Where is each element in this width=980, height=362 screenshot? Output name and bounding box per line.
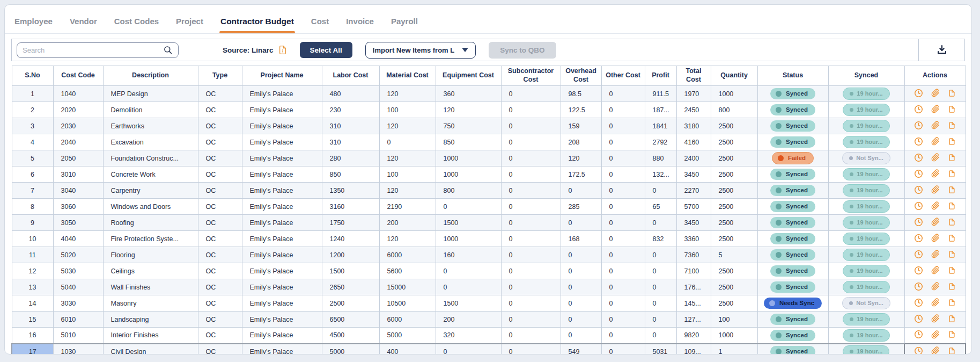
history-clock-icon[interactable] bbox=[914, 121, 923, 130]
attachment-paperclip-icon[interactable] bbox=[931, 282, 940, 291]
tab-employee[interactable]: Employee bbox=[13, 13, 54, 33]
tab-invoice[interactable]: Invoice bbox=[345, 13, 375, 33]
document-file-icon[interactable] bbox=[948, 153, 956, 162]
attachment-paperclip-icon[interactable] bbox=[931, 330, 940, 339]
cell-type: OC bbox=[198, 247, 242, 263]
history-clock-icon[interactable] bbox=[914, 298, 923, 307]
cell-cost-code: 2030 bbox=[53, 118, 103, 134]
table-row[interactable]: 11040MEP DesignOCEmily's Palace480120360… bbox=[12, 86, 966, 102]
history-clock-icon[interactable] bbox=[914, 282, 923, 291]
history-clock-icon[interactable] bbox=[914, 201, 923, 211]
attachment-paperclip-icon[interactable] bbox=[931, 105, 940, 113]
document-file-icon[interactable] bbox=[948, 234, 956, 243]
attachment-paperclip-icon[interactable] bbox=[931, 250, 940, 258]
tab-cost[interactable]: Cost bbox=[310, 13, 330, 33]
export-download-button[interactable] bbox=[918, 39, 964, 61]
table-row[interactable]: 93050RoofingOCEmily's Palace175020015000… bbox=[12, 215, 966, 231]
table-row[interactable]: 32030EarthworksOCEmily's Palace310120750… bbox=[12, 118, 966, 134]
document-file-icon[interactable] bbox=[948, 330, 956, 339]
cell-status: Synced bbox=[757, 312, 828, 328]
table-row[interactable]: 171030Civil DesignOCEmily's Palace500040… bbox=[12, 344, 966, 355]
import-dropdown[interactable]: Import New Items from L bbox=[365, 42, 476, 59]
search-icon bbox=[163, 45, 173, 55]
search-box[interactable] bbox=[17, 42, 179, 58]
table-row[interactable]: 63010Concrete WorkOCEmily's Palace850100… bbox=[12, 166, 966, 183]
attachment-paperclip-icon[interactable] bbox=[931, 153, 940, 162]
table-row[interactable]: 83060Windows and DoorsOCEmily's Palace31… bbox=[12, 199, 966, 215]
document-file-icon[interactable] bbox=[948, 282, 956, 291]
history-clock-icon[interactable] bbox=[914, 330, 923, 339]
attachment-paperclip-icon[interactable] bbox=[931, 346, 940, 354]
attachment-paperclip-icon[interactable] bbox=[931, 169, 940, 178]
search-input[interactable] bbox=[23, 46, 163, 54]
cell-cost-code: 3050 bbox=[53, 215, 103, 231]
sync-to-qbo-button[interactable]: Sync to QBO bbox=[489, 42, 556, 59]
history-clock-icon[interactable] bbox=[914, 185, 923, 194]
status-dot-icon bbox=[776, 284, 782, 290]
document-file-icon[interactable] bbox=[948, 169, 956, 178]
document-file-icon[interactable] bbox=[948, 105, 956, 114]
table-row[interactable]: 104040Fire Protection Syste...OCEmily's … bbox=[12, 231, 966, 247]
history-clock-icon[interactable] bbox=[914, 89, 923, 98]
attachment-paperclip-icon[interactable] bbox=[931, 89, 940, 97]
history-clock-icon[interactable] bbox=[914, 314, 923, 323]
document-file-icon[interactable] bbox=[948, 346, 956, 355]
tab-vendor[interactable]: Vendor bbox=[69, 13, 98, 33]
cell-equipment-cost: 0 bbox=[436, 199, 501, 215]
attachment-paperclip-icon[interactable] bbox=[931, 121, 940, 129]
history-clock-icon[interactable] bbox=[914, 346, 923, 355]
table-row[interactable]: 156010LandscapingOCEmily's Palace6500600… bbox=[12, 312, 966, 328]
history-clock-icon[interactable] bbox=[914, 105, 923, 114]
document-file-icon[interactable] bbox=[948, 185, 956, 194]
history-clock-icon[interactable] bbox=[914, 234, 923, 243]
table-row[interactable]: 125030CeilingsOCEmily's Palace1500560000… bbox=[12, 263, 966, 279]
cell-description: Demolition bbox=[103, 102, 198, 118]
cell-other-cost: 0 bbox=[601, 231, 645, 247]
attachment-paperclip-icon[interactable] bbox=[931, 298, 940, 307]
history-clock-icon[interactable] bbox=[914, 266, 923, 275]
cell-type: OC bbox=[198, 263, 242, 279]
history-clock-icon[interactable] bbox=[914, 250, 923, 259]
attachment-paperclip-icon[interactable] bbox=[931, 266, 940, 274]
attachment-paperclip-icon[interactable] bbox=[931, 234, 940, 242]
table-row[interactable]: 52050Foundation Construc...OCEmily's Pal… bbox=[12, 150, 966, 166]
table-row[interactable]: 73040CarpentryOCEmily's Palace1350120800… bbox=[12, 183, 966, 199]
document-file-icon[interactable] bbox=[948, 218, 956, 227]
document-file-icon[interactable] bbox=[948, 137, 956, 146]
tab-cost-codes[interactable]: Cost Codes bbox=[113, 13, 160, 33]
table-row[interactable]: 165010Interior FinishesOCEmily's Palace4… bbox=[12, 328, 966, 344]
table-row[interactable]: 22020DemolitionOCEmily's Palace230100120… bbox=[12, 102, 966, 118]
attachment-paperclip-icon[interactable] bbox=[931, 314, 940, 323]
attachment-paperclip-icon[interactable] bbox=[931, 218, 940, 226]
table-row[interactable]: 115020FlooringOCEmily's Palace1200600016… bbox=[12, 247, 966, 263]
document-file-icon[interactable] bbox=[948, 250, 956, 259]
attachment-paperclip-icon[interactable] bbox=[931, 185, 940, 194]
history-clock-icon[interactable] bbox=[914, 153, 923, 162]
document-file-icon[interactable] bbox=[948, 266, 956, 275]
status-badge: Synced bbox=[770, 201, 815, 213]
table-row[interactable]: 42040ExcavationOCEmily's Palace310085002… bbox=[12, 134, 966, 150]
cell-status: Synced bbox=[757, 215, 828, 231]
history-clock-icon[interactable] bbox=[914, 218, 923, 227]
table-row[interactable]: 135040Wall FinishesOCEmily's Palace26501… bbox=[12, 279, 966, 295]
document-file-icon[interactable] bbox=[948, 121, 956, 130]
select-all-button[interactable]: Select All bbox=[300, 42, 352, 58]
tab-project[interactable]: Project bbox=[175, 13, 204, 33]
tab-contractor-budget[interactable]: Contractor Budget bbox=[219, 13, 295, 33]
attachment-paperclip-icon[interactable] bbox=[931, 137, 940, 146]
synced-badge: 19 hour... bbox=[843, 184, 889, 197]
document-file-icon[interactable] bbox=[948, 298, 956, 307]
table-row[interactable]: 143030MasonryOCEmily's Palace25001050015… bbox=[12, 295, 966, 312]
history-clock-icon[interactable] bbox=[914, 169, 923, 178]
toolbar: Source: Linarc Select All Import New Ite… bbox=[11, 39, 965, 61]
document-file-icon[interactable] bbox=[948, 89, 956, 98]
attachment-paperclip-icon[interactable] bbox=[931, 201, 940, 210]
history-clock-icon[interactable] bbox=[914, 137, 923, 146]
cell-total-cost: 3450 bbox=[676, 215, 711, 231]
cell-actions bbox=[904, 231, 966, 247]
cell-actions bbox=[904, 134, 966, 150]
tab-payroll[interactable]: Payroll bbox=[390, 13, 419, 33]
cell-other-cost: 0 bbox=[601, 263, 645, 279]
document-file-icon[interactable] bbox=[948, 314, 956, 323]
document-file-icon[interactable] bbox=[948, 201, 956, 211]
